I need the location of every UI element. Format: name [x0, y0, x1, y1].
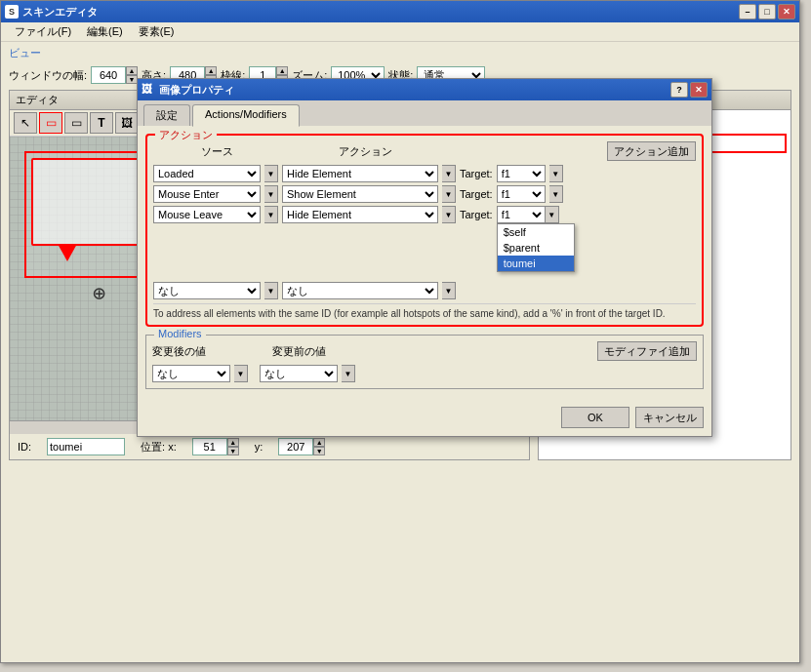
id-label: ID: [18, 441, 31, 453]
y-label: y: [255, 441, 264, 453]
action-row-2: Mouse Enter ▼ Show Element ▼ Target: f1 … [153, 185, 696, 203]
pos-y-spin: ▲ ▼ [313, 438, 325, 455]
border-up-btn[interactable]: ▲ [276, 66, 288, 75]
target-label-2: Target: [460, 188, 493, 200]
pos-x-up[interactable]: ▲ [227, 438, 239, 447]
dialog-help-button[interactable]: ? [670, 82, 688, 98]
dropdown-item-parent[interactable]: $parent [498, 240, 574, 256]
source-arrow-1[interactable]: ▼ [264, 165, 278, 182]
col-source-header: ソース [153, 144, 280, 159]
pos-x-input[interactable] [192, 438, 227, 455]
actions-group-label: アクション [155, 128, 217, 142]
add-modifier-button[interactable]: モディファイ追加 [597, 341, 697, 361]
add-action-button[interactable]: アクション追加 [607, 141, 696, 161]
pos-x-down[interactable]: ▼ [227, 447, 239, 455]
pos-y-down[interactable]: ▼ [313, 447, 325, 455]
modifiers-row: なし ▼ なし ▼ [152, 365, 697, 382]
modifier-before-select[interactable]: なし [260, 365, 338, 382]
modifier-after-arrow[interactable]: ▼ [234, 365, 248, 382]
view-section-label: ビュー [9, 46, 791, 60]
tool-text[interactable]: T [90, 112, 113, 134]
pos-x-spin: ▲ ▼ [227, 438, 239, 455]
after-col-header: 変更後の値 [152, 344, 206, 359]
speech-pointer [58, 244, 77, 261]
editor-bottom: ID: 位置: x: ▲ ▼ y: ▲ ▼ [10, 434, 529, 459]
height-up-btn[interactable]: ▲ [205, 66, 217, 75]
pos-y-up[interactable]: ▲ [313, 438, 325, 447]
tab-actions-modifiers[interactable]: Actions/Modifiers [192, 104, 300, 127]
image-properties-dialog: 🖼 画像プロパティ ? ✕ 設定 Actions/Modifiers アクション… [137, 78, 712, 437]
menu-edit[interactable]: 編集(E) [79, 22, 131, 41]
menu-file[interactable]: ファイル(F) [7, 22, 79, 41]
col-action-header: アクション [280, 144, 451, 159]
modifiers-label: Modifiers [154, 328, 206, 339]
main-title-bar: S スキンエディタ – □ ✕ [1, 1, 799, 22]
close-button[interactable]: ✕ [778, 4, 795, 20]
app-title: スキンエディタ [22, 5, 98, 20]
actions-cols-header: ソース アクション [153, 144, 451, 159]
action-arrow-2[interactable]: ▼ [442, 185, 456, 203]
action-arrow-3[interactable]: ▼ [442, 206, 456, 223]
pos-y-input[interactable] [278, 438, 313, 455]
dialog-footer: OK キャンセル [138, 403, 711, 436]
target-select-1[interactable]: f1 [497, 165, 546, 182]
source-arrow-2[interactable]: ▼ [264, 185, 278, 203]
dialog-tabs: 設定 Actions/Modifiers [138, 100, 711, 126]
action-arrow-1[interactable]: ▼ [442, 165, 456, 182]
dialog-title-buttons: ? ✕ [670, 82, 708, 98]
source-select-4[interactable]: なし [153, 282, 261, 299]
action-row-4: なし ▼ なし ▼ [153, 282, 696, 299]
tool-image1[interactable]: 🖼 [115, 112, 139, 134]
action-select-4[interactable]: なし [282, 282, 438, 299]
modifier-before-arrow[interactable]: ▼ [342, 365, 355, 382]
menu-element[interactable]: 要素(E) [131, 22, 182, 41]
dropdown-item-toumei[interactable]: toumei [498, 256, 574, 271]
dropdown-item-self[interactable]: $self [498, 224, 574, 240]
maximize-button[interactable]: □ [758, 4, 776, 20]
cancel-button[interactable]: キャンセル [635, 407, 704, 428]
width-up-btn[interactable]: ▲ [126, 66, 138, 75]
action-arrow-4[interactable]: ▼ [442, 282, 456, 299]
minimize-button[interactable]: – [739, 4, 756, 20]
app-icon: S [5, 5, 19, 19]
width-input[interactable] [91, 66, 126, 84]
modifiers-cols: 変更後の値 変更前の値 [152, 344, 326, 359]
id-input[interactable] [47, 438, 125, 455]
source-select-2[interactable]: Mouse Enter [153, 185, 261, 203]
crosshair-symbol: ⊕ [93, 281, 105, 305]
actions-header: ソース アクション アクション追加 [153, 141, 696, 161]
dialog-overlay: 🖼 画像プロパティ ? ✕ 設定 Actions/Modifiers アクション… [137, 78, 712, 437]
target-arrow-2[interactable]: ▼ [549, 185, 563, 203]
width-label: ウィンドウの幅: [9, 68, 87, 83]
ok-button[interactable]: OK [561, 407, 629, 428]
target-label-3: Target: [460, 209, 493, 220]
modifiers-header: 変更後の値 変更前の値 モディファイ追加 [152, 341, 697, 361]
source-arrow-3[interactable]: ▼ [264, 206, 278, 223]
tool-rect[interactable]: ▭ [64, 112, 88, 134]
target-select-2[interactable]: f1 [497, 185, 546, 203]
tool-rect-red[interactable]: ▭ [39, 112, 62, 134]
target-select-3[interactable]: f1 [497, 206, 546, 223]
target-dropdown-popup: $self $parent toumei [497, 223, 575, 272]
dialog-title-icon: 🖼 [142, 83, 155, 97]
dialog-close-button[interactable]: ✕ [690, 82, 708, 98]
actions-info-text: To address all elements with the same ID… [153, 303, 696, 319]
editor-label: エディタ [16, 94, 59, 105]
dialog-content: アクション ソース アクション アクション追加 Loaded ▼ Hide E [138, 126, 711, 403]
source-select-3[interactable]: Mouse Leave [153, 206, 261, 223]
target-arrow-3[interactable]: ▼ [546, 206, 559, 223]
dialog-title: 画像プロパティ [159, 83, 234, 98]
title-bar-buttons: – □ ✕ [739, 4, 795, 20]
tab-settings[interactable]: 設定 [143, 104, 190, 126]
source-select-1[interactable]: Loaded [153, 165, 261, 182]
source-arrow-4[interactable]: ▼ [264, 282, 278, 299]
target-arrow-1[interactable]: ▼ [549, 165, 563, 182]
pos-x-spinbox: ▲ ▼ [192, 438, 239, 455]
action-select-3[interactable]: Hide Element [282, 206, 438, 223]
action-select-2[interactable]: Show Element [282, 185, 438, 203]
action-select-1[interactable]: Hide Element [282, 165, 438, 182]
tool-pointer[interactable]: ↖ [14, 112, 37, 134]
action-row-1: Loaded ▼ Hide Element ▼ Target: f1 ▼ [153, 165, 696, 182]
modifier-after-select[interactable]: なし [152, 365, 230, 382]
pos-y-spinbox: ▲ ▼ [278, 438, 325, 455]
